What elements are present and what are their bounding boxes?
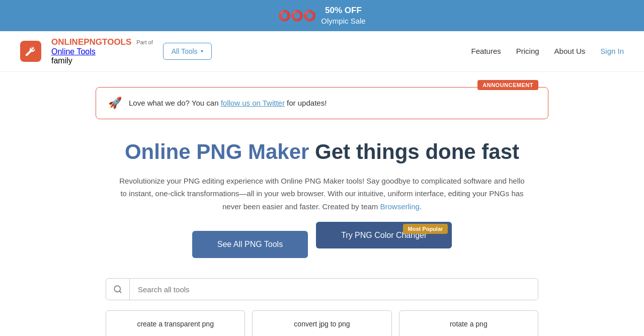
most-popular-badge: Most Popular <box>403 224 448 234</box>
announcement-box: 🚀 Love what we do? You can follow us on … <box>96 87 548 119</box>
sign-in-link[interactable]: Sign In <box>600 47 624 55</box>
search-container <box>106 278 538 300</box>
hero-description: Revolutionize your PNG editing experienc… <box>116 175 528 213</box>
tool-card[interactable]: convert jpg to png <box>252 310 391 336</box>
logo-link[interactable]: ONLINEPNGTOOLS Part of <box>51 37 153 47</box>
nav-pricing[interactable]: Pricing <box>516 47 539 55</box>
announcement-text: Love what we do? You can follow us on Tw… <box>129 99 327 107</box>
try-color-changer-wrap: Try PNG Color Changer Most Popular <box>316 231 452 258</box>
tools-grid: create a transparent pngconvert jpg to p… <box>106 310 538 336</box>
olympic-rings-icon: ⭕⭕⭕ <box>278 10 316 22</box>
browserling-link[interactable]: Browserling <box>380 202 419 211</box>
promo-banner: ⭕⭕⭕ 50% OFF Olympic Sale <box>0 0 644 31</box>
rocket-icon: 🚀 <box>108 97 122 110</box>
main-content: Online PNG Maker Get things done fast Re… <box>96 129 548 336</box>
svg-line-1 <box>119 291 121 293</box>
logo-name: ONLINEPNGTOOLS <box>51 37 131 47</box>
online-tools-link[interactable]: Online Tools <box>51 47 163 56</box>
chevron-down-icon: ▾ <box>201 48 203 54</box>
twitter-link[interactable]: follow us on Twitter <box>221 99 285 107</box>
logo-text: ONLINEPNGTOOLS Part of Online Tools fami… <box>51 37 163 65</box>
nav-about-us[interactable]: About Us <box>554 47 586 55</box>
tool-card[interactable]: create a transparent png <box>106 310 245 336</box>
sale-description: Olympic Sale <box>321 16 365 26</box>
main-nav: Features Pricing About Us Sign In <box>471 47 624 55</box>
wrench-icon <box>25 45 37 57</box>
all-tools-button[interactable]: All Tools ▾ <box>163 43 212 60</box>
sale-percentage: 50% OFF <box>325 5 362 16</box>
logo-subtitle: Part of <box>136 39 152 45</box>
tool-card[interactable]: rotate a png <box>399 310 538 336</box>
logo-link[interactable] <box>20 41 41 62</box>
hero-title: Online PNG Maker Get things done fast <box>106 139 538 164</box>
header: ONLINEPNGTOOLS Part of Online Tools fami… <box>0 31 644 72</box>
search-input[interactable] <box>130 279 538 300</box>
logo-icon <box>20 41 41 62</box>
search-icon <box>106 279 130 300</box>
announcement-badge: ANNOUNCEMENT <box>477 80 538 90</box>
see-all-tools-button[interactable]: See All PNG Tools <box>192 231 308 258</box>
cta-buttons: See All PNG Tools Try PNG Color Changer … <box>106 231 538 258</box>
nav-features[interactable]: Features <box>471 47 501 55</box>
announcement-container: 🚀 Love what we do? You can follow us on … <box>96 87 548 119</box>
